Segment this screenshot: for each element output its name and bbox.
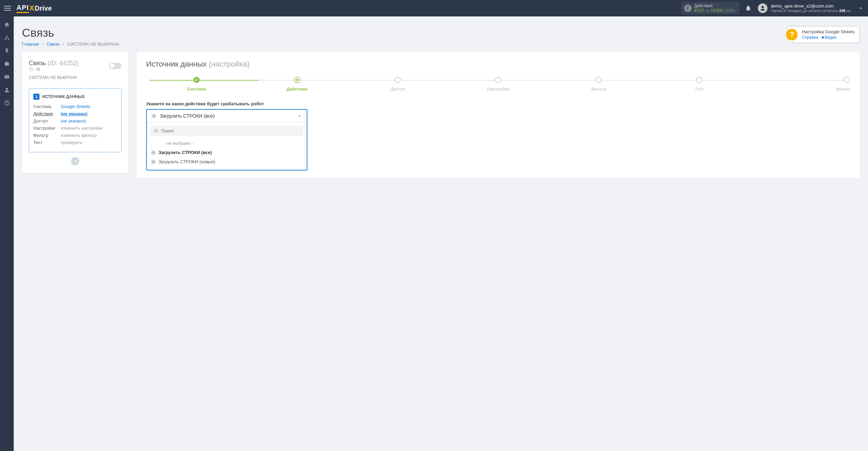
chevron-up-icon (297, 114, 302, 118)
actions-total: 15'000 (711, 8, 723, 13)
row-system[interactable]: СистемаGoogle Sheets (33, 104, 117, 109)
sidebar (0, 16, 14, 188)
menu-toggle[interactable] (4, 4, 12, 12)
svg-point-10 (154, 129, 157, 132)
actions-counter[interactable]: i Действия: 8'017 из 15'000 (53%) (681, 2, 739, 15)
connection-summary-card: Связь (ID: 44252) СИСТЕМА НЕ ВЫБРАНА 1 И… (22, 52, 128, 173)
gear-icon[interactable] (36, 67, 40, 72)
step-access[interactable]: Доступ (347, 77, 448, 92)
connection-title: Связь (ID: 44252) (29, 60, 79, 72)
svg-point-7 (7, 104, 7, 104)
add-destination-button[interactable]: + (71, 157, 79, 165)
network-icon[interactable] (3, 34, 10, 41)
play-icon (152, 114, 156, 118)
dropdown-option-new[interactable]: Загрузить СТРОКИ (новые) (150, 157, 303, 166)
question-icon: ? (786, 29, 798, 40)
connection-toggle[interactable] (109, 63, 121, 69)
play-icon (151, 150, 156, 155)
setup-card: Источник данных (настройка) Система Дейс… (137, 52, 860, 178)
page-title: Связь (22, 26, 119, 39)
avatar-icon (758, 3, 767, 13)
step-finish[interactable]: Финиш (750, 77, 850, 92)
dropdown-selected-text: Загрузить СТРОКИ (все) (160, 113, 214, 119)
breadcrumb: Главная / Связи / СИСТЕМА НЕ ВЫБРАНА (22, 41, 119, 47)
dropdown-selected[interactable]: Загрузить СТРОКИ (все) (147, 110, 307, 122)
info-icon: i (684, 4, 692, 12)
dropdown-search-input[interactable] (161, 128, 300, 133)
help-link-video[interactable]: ■Видео (821, 35, 836, 40)
svg-rect-1 (7, 35, 8, 36)
user-menu[interactable]: demo_apix-drive_s2@com.com Тариф |Станда… (758, 3, 858, 13)
user-icon[interactable] (3, 86, 10, 93)
youtube-icon[interactable] (3, 73, 10, 80)
svg-point-5 (6, 88, 8, 90)
svg-rect-2 (5, 39, 6, 40)
copy-icon[interactable] (29, 67, 34, 72)
topbar: APIXDrive i Действия: 8'017 из 15'000 (5… (0, 0, 868, 16)
help-icon[interactable] (3, 99, 10, 106)
user-email: demo_apix-drive_s2@com.com (771, 3, 851, 9)
row-settings[interactable]: Настройкиизменить настройки (33, 126, 117, 131)
setup-title: Источник данных (настройка) (146, 60, 850, 69)
search-icon (154, 129, 159, 133)
source-block: 1 ИСТОЧНИК ДАННЫХ СистемаGoogle Sheets Д… (29, 88, 121, 152)
chevron-down-icon[interactable] (858, 5, 864, 11)
step-filter[interactable]: Фильтр (549, 77, 649, 92)
help-card: ? Настройка Google Sheets Справка ■Видео (788, 26, 860, 43)
tariff-info: Тариф |Стандарт| до оплаты осталось 245 … (771, 9, 851, 13)
dropdown-option-none[interactable]: - не выбрано - (150, 139, 303, 148)
breadcrumb-home[interactable]: Главная (22, 41, 39, 47)
step-system[interactable]: Система (146, 77, 247, 92)
svg-rect-3 (8, 39, 9, 40)
breadcrumb-links[interactable]: Связи (47, 41, 59, 47)
dollar-icon[interactable] (3, 47, 10, 54)
dropdown-option-all[interactable]: Загрузить СТРОКИ (все) (150, 148, 303, 157)
svg-rect-8 (31, 69, 33, 71)
actions-label: Действия: (694, 3, 735, 8)
row-filter[interactable]: Фильтризменить фильтр (33, 133, 117, 138)
logo[interactable]: APIXDrive (16, 4, 52, 13)
step-settings[interactable]: Настройки (448, 77, 548, 92)
action-dropdown[interactable]: Загрузить СТРОКИ (все) - не выбрано - За… (146, 109, 307, 170)
row-access[interactable]: Доступ(не указано) (33, 118, 117, 123)
play-icon (151, 159, 156, 164)
help-title: Настройка Google Sheets (802, 29, 855, 34)
help-link-docs[interactable]: Справка (802, 35, 818, 40)
stepper: Система Действие Доступ Настройки Фильтр… (146, 77, 850, 92)
briefcase-icon[interactable] (3, 60, 10, 67)
block-title: ИСТОЧНИК ДАННЫХ (42, 94, 85, 99)
home-icon[interactable] (3, 21, 10, 28)
notifications-icon[interactable] (745, 5, 752, 12)
main-content: Связь Главная / Связи / СИСТЕМА НЕ ВЫБРА… (14, 16, 868, 188)
action-field-label: Укажите на какое действие будет срабатыв… (146, 101, 850, 106)
connection-subtitle: СИСТЕМА НЕ ВЫБРАНА (29, 75, 121, 84)
row-action[interactable]: Действие(не указано) (33, 111, 117, 116)
step-test[interactable]: Тест (649, 77, 750, 92)
block-number: 1 (33, 94, 39, 100)
breadcrumb-current: СИСТЕМА НЕ ВЫБРАНА (67, 41, 119, 47)
video-icon: ■ (821, 35, 824, 40)
step-action[interactable]: Действие (247, 77, 347, 92)
row-test[interactable]: Тестпроверить (33, 140, 117, 145)
svg-point-0 (761, 6, 764, 8)
actions-used: 8'017 (694, 8, 704, 13)
dropdown-search[interactable] (150, 126, 303, 136)
